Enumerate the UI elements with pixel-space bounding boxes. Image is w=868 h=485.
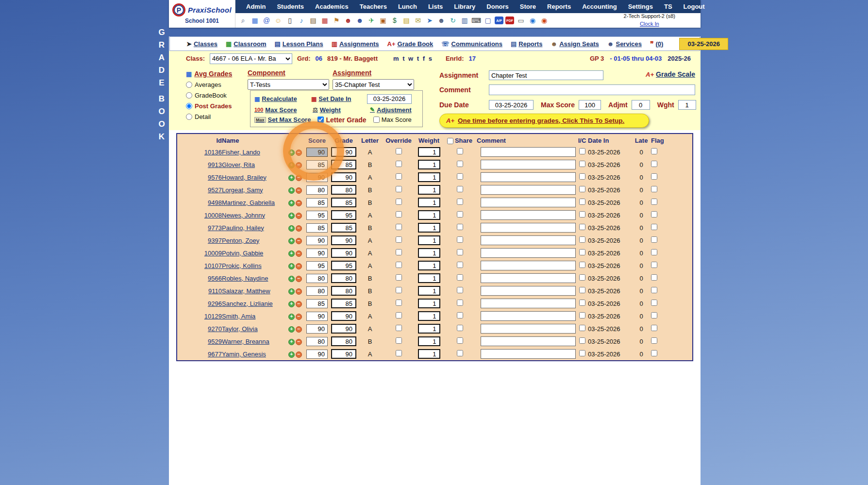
student-id-link[interactable]: 10008 <box>204 212 222 219</box>
score-input[interactable] <box>306 185 328 195</box>
increment-score-button[interactable]: + <box>288 238 295 244</box>
comment-input[interactable] <box>481 185 576 195</box>
student-id-link[interactable]: 10136 <box>204 149 222 156</box>
share-checkbox[interactable] <box>457 337 463 344</box>
date-in-input[interactable] <box>367 94 412 104</box>
student-name-link[interactable]: Glover, Rita <box>222 161 255 168</box>
increment-score-button[interactable]: + <box>288 339 295 345</box>
class-select[interactable]: 4667 - 06 ELA - Mr. Ba <box>210 53 292 64</box>
comment-input[interactable] <box>481 172 576 182</box>
decrement-score-button[interactable]: − <box>296 326 302 333</box>
increment-score-button[interactable]: + <box>288 150 295 156</box>
grade-input[interactable] <box>331 172 356 182</box>
send-icon[interactable]: ✈ <box>367 16 376 25</box>
share-checkbox[interactable] <box>457 249 463 255</box>
decrement-score-button[interactable]: − <box>296 339 302 345</box>
schedule-icon[interactable]: ▦ <box>320 16 330 25</box>
comment-input[interactable] <box>481 324 576 334</box>
flag-checkbox[interactable] <box>651 287 657 293</box>
student-name-link[interactable]: Potvin, Gabbie <box>222 250 263 257</box>
student-name-link[interactable]: Sanchez, Lizlianie <box>222 300 273 307</box>
share-checkbox[interactable] <box>457 173 463 180</box>
score-input[interactable] <box>306 274 328 283</box>
ic-checkbox[interactable] <box>579 274 585 281</box>
chat-counter[interactable]: ❞ (0) <box>650 40 663 48</box>
grade-input[interactable] <box>331 210 356 220</box>
max-score-input[interactable] <box>579 100 601 110</box>
ic-checkbox[interactable] <box>579 350 585 356</box>
ic-checkbox[interactable] <box>579 148 585 154</box>
student-name-link[interactable]: Lorgeat, Samy <box>222 186 263 194</box>
weight-input[interactable] <box>418 311 440 321</box>
letter-grade-toggle[interactable]: Letter Grade <box>317 116 366 124</box>
weight-input[interactable] <box>418 349 440 359</box>
student-id-link[interactable]: 9677 <box>208 351 222 358</box>
setup-banner[interactable]: A+ One time before entering grades, Clic… <box>439 114 649 128</box>
ic-checkbox[interactable] <box>579 224 585 230</box>
grade-input[interactable] <box>331 336 356 346</box>
share-icon[interactable]: ➤ <box>425 16 434 25</box>
comment-input[interactable] <box>481 299 576 308</box>
decrement-score-button[interactable]: − <box>296 263 302 269</box>
share-checkbox[interactable] <box>457 236 463 243</box>
flag-checkbox[interactable] <box>651 249 657 255</box>
ic-checkbox[interactable] <box>579 186 585 192</box>
comment-input[interactable] <box>481 147 576 157</box>
grade-input[interactable] <box>331 223 356 233</box>
share-checkbox[interactable] <box>457 199 463 205</box>
student-name-link[interactable]: Warner, Breanna <box>222 338 269 345</box>
ic-checkbox[interactable] <box>579 287 585 293</box>
max-score-link[interactable]: 100 Max Score <box>254 106 306 114</box>
set-date-in-link[interactable]: ▦ Set Date In <box>311 95 360 102</box>
share-checkbox[interactable] <box>457 312 463 318</box>
sync-icon[interactable]: ↻ <box>448 16 458 25</box>
score-input[interactable] <box>306 223 328 233</box>
module-nav-grade-book[interactable]: A+Grade Book <box>387 40 434 48</box>
grade-input[interactable] <box>331 147 356 157</box>
weight-input[interactable] <box>418 235 440 245</box>
increment-score-button[interactable]: + <box>288 288 295 295</box>
comment-input[interactable] <box>481 349 576 359</box>
increment-score-button[interactable]: + <box>288 200 295 206</box>
increment-score-button[interactable]: + <box>288 263 295 269</box>
override-checkbox[interactable] <box>396 274 402 281</box>
student-id-link[interactable]: 9576 <box>208 174 222 181</box>
top-nav-item-accounting[interactable]: Accounting <box>582 3 617 10</box>
flag-checkbox[interactable] <box>651 148 657 154</box>
comment-input[interactable] <box>481 160 576 169</box>
student-name-link[interactable]: Robles, Naydine <box>222 275 268 282</box>
override-checkbox[interactable] <box>396 262 402 268</box>
score-input[interactable] <box>306 261 328 270</box>
grade-input[interactable] <box>331 198 356 207</box>
weight-input[interactable] <box>418 223 440 233</box>
view-option-gradebook-radio[interactable] <box>186 92 192 99</box>
module-nav-communications[interactable]: ☏Communications <box>441 40 502 48</box>
override-checkbox[interactable] <box>396 186 402 192</box>
weight-input[interactable] <box>418 261 440 270</box>
grade-input[interactable] <box>331 299 356 308</box>
grade-input[interactable] <box>331 160 356 169</box>
share-checkbox[interactable] <box>457 274 463 281</box>
flag-checkbox[interactable] <box>651 350 657 356</box>
student-name-link[interactable]: Howard, Brailey <box>222 174 267 181</box>
comment-input[interactable] <box>481 273 576 283</box>
ic-checkbox[interactable] <box>579 300 585 306</box>
view-option-averages[interactable]: Averages <box>186 81 232 88</box>
praxischool-logo[interactable]: P PraxiSchool School 1001 <box>169 0 235 28</box>
max-score-checkbox[interactable] <box>373 117 380 123</box>
decrement-score-button[interactable]: − <box>296 200 302 206</box>
flag-checkbox[interactable] <box>651 236 657 243</box>
letter-grade-checkbox[interactable] <box>317 117 324 123</box>
override-checkbox[interactable] <box>396 224 402 230</box>
student-id-link[interactable]: 9397 <box>208 237 222 244</box>
weight-input[interactable] <box>418 299 440 308</box>
student-name-link[interactable]: Prokic, Kollins <box>222 262 262 269</box>
comment-input[interactable] <box>481 286 576 296</box>
grade-input[interactable] <box>331 324 356 334</box>
override-checkbox[interactable] <box>396 173 402 180</box>
set-max-score-link[interactable]: Max Set Max Score <box>254 116 311 123</box>
comment-input[interactable] <box>481 311 576 321</box>
share-checkbox[interactable] <box>457 350 463 356</box>
smiley-icon[interactable]: ☺ <box>273 16 283 25</box>
student-id-link[interactable]: 9773 <box>208 224 222 232</box>
